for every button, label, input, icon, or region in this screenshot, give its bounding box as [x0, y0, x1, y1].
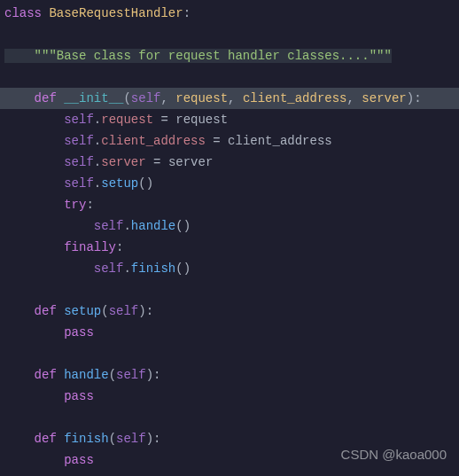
- self: self: [4, 155, 94, 169]
- keyword-def: def: [4, 91, 64, 105]
- code-line[interactable]: """Base class for request handler classe…: [0, 45, 459, 66]
- class-name: BaseRequestHandler: [42, 6, 183, 20]
- dot: .: [94, 113, 101, 127]
- keyword-class: class: [4, 6, 42, 20]
- paren-colon: ):: [146, 368, 161, 382]
- dot: .: [123, 261, 130, 276]
- attribute: request: [101, 113, 153, 127]
- method-name: setup: [64, 304, 101, 318]
- code-line[interactable]: pass: [0, 386, 459, 407]
- code-line[interactable]: class BaseRequestHandler:: [0, 3, 459, 24]
- self: self: [4, 219, 123, 233]
- self: self: [4, 113, 94, 127]
- code-line[interactable]: self.handle(): [0, 215, 459, 237]
- dot: .: [94, 155, 101, 169]
- method-call: finish: [131, 261, 175, 276]
- assign-op: =: [146, 155, 168, 169]
- code-line[interactable]: [0, 66, 459, 88]
- paren: (: [101, 304, 108, 318]
- paren: (: [109, 432, 116, 446]
- paren-colon: ):: [407, 91, 422, 105]
- colon: :: [116, 240, 123, 254]
- comma: ,: [347, 91, 362, 105]
- code-line[interactable]: [0, 343, 459, 364]
- code-line[interactable]: try:: [0, 194, 459, 215]
- method-name: __init__: [64, 91, 123, 105]
- keyword-finally: finally: [4, 240, 116, 254]
- param: client_address: [243, 91, 347, 105]
- code-line[interactable]: def handle(self):: [0, 364, 459, 386]
- dot: .: [94, 134, 101, 148]
- attribute: client_address: [101, 134, 206, 148]
- self: self: [4, 261, 123, 276]
- watermark-text: CSDN @kaoa000: [341, 444, 447, 465]
- keyword-pass: pass: [4, 453, 94, 467]
- comma: ,: [228, 91, 243, 105]
- attribute: server: [101, 155, 145, 169]
- param: request: [175, 91, 228, 105]
- self-param: self: [116, 368, 146, 382]
- self-param: self: [116, 432, 146, 446]
- parens: (): [175, 261, 191, 276]
- self-param: self: [109, 304, 139, 318]
- code-line[interactable]: self.client_address = client_address: [0, 130, 459, 152]
- parens: (): [175, 219, 191, 233]
- dot: .: [123, 219, 130, 233]
- comma: ,: [160, 91, 175, 105]
- identifier: server: [168, 155, 213, 169]
- keyword-pass: pass: [4, 389, 94, 403]
- code-line[interactable]: self.setup(): [0, 173, 459, 194]
- code-line[interactable]: [0, 24, 459, 45]
- code-line-active[interactable]: def __init__(self, request, client_addre…: [0, 88, 459, 109]
- self: self: [4, 176, 94, 191]
- keyword-try: try: [4, 198, 86, 212]
- method-name: handle: [64, 368, 108, 382]
- param: server: [362, 91, 406, 105]
- colon: :: [86, 198, 93, 212]
- paren-colon: ):: [138, 304, 153, 318]
- code-line[interactable]: finally:: [0, 237, 459, 258]
- assign-op: =: [206, 134, 228, 148]
- parens: (): [138, 176, 153, 191]
- self: self: [4, 134, 94, 148]
- paren-colon: ):: [146, 432, 161, 446]
- assign-op: =: [153, 113, 175, 127]
- code-editor[interactable]: class BaseRequestHandler: """Base class …: [0, 0, 459, 471]
- keyword-def: def: [4, 432, 64, 446]
- keyword-pass: pass: [4, 325, 94, 339]
- paren: (: [123, 91, 130, 105]
- code-line[interactable]: self.finish(): [0, 258, 459, 279]
- method-call: handle: [131, 219, 175, 233]
- code-line[interactable]: [0, 279, 459, 300]
- self-param: self: [131, 91, 161, 105]
- code-line[interactable]: self.server = server: [0, 152, 459, 173]
- docstring: """Base class for request handler classe…: [4, 49, 392, 63]
- identifier: request: [175, 113, 228, 127]
- code-line[interactable]: [0, 407, 459, 428]
- code-line[interactable]: pass: [0, 322, 459, 343]
- dot: .: [94, 176, 101, 191]
- method-name: finish: [64, 432, 108, 446]
- code-line[interactable]: def setup(self):: [0, 300, 459, 322]
- code-line[interactable]: self.request = request: [0, 109, 459, 130]
- identifier: client_address: [228, 134, 332, 148]
- paren: (: [109, 368, 116, 382]
- method-call: setup: [101, 176, 138, 191]
- keyword-def: def: [4, 304, 64, 318]
- colon: :: [183, 6, 191, 20]
- keyword-def: def: [4, 368, 64, 382]
